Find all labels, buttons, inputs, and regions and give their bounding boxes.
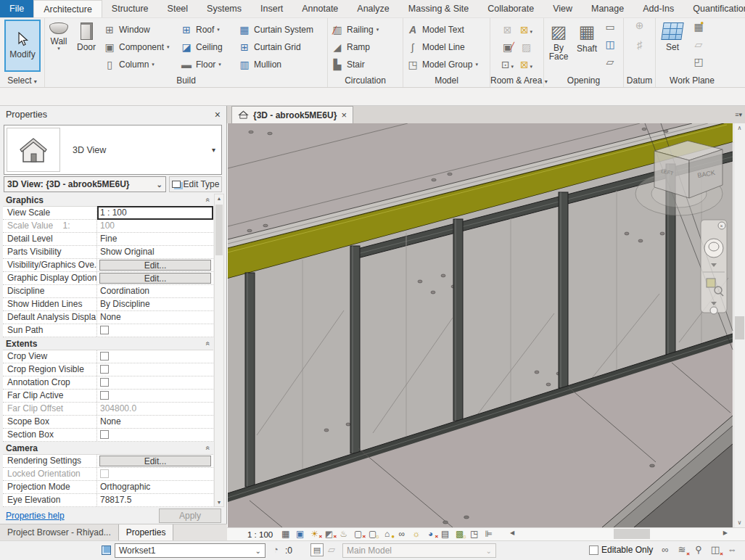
ribbon-tab-massing-site[interactable]: Massing & Site <box>399 0 478 17</box>
scroll-up-icon[interactable]: ∧ <box>734 125 745 131</box>
properties-help-link[interactable]: Properties help <box>6 511 65 521</box>
collapse-icon[interactable]: « <box>205 198 213 202</box>
opening-by-face-button[interactable]: ▨↔ By Face <box>544 20 573 61</box>
panel-label-datum[interactable]: Datum <box>624 75 655 86</box>
ribbon-tab-architecture[interactable]: Architecture <box>33 0 102 17</box>
show-work-plane-icon[interactable]: ▦● <box>693 21 703 38</box>
drag-on-selection-icon[interactable]: ⇔ <box>725 544 738 555</box>
roof-button[interactable]: ⊞Roof▾ <box>177 21 235 38</box>
property-value[interactable]: None <box>97 416 213 428</box>
palette-tab-project-browser[interactable]: Project Browser - Rhiyad... <box>0 524 118 540</box>
ribbon-tab-structure[interactable]: Structure <box>102 0 158 17</box>
crop-region-icon[interactable]: ▢☼ <box>366 529 379 540</box>
column-button[interactable]: ▯Column▾ <box>100 56 177 73</box>
property-value[interactable]: Coordination <box>97 285 213 297</box>
property-value[interactable]: 100 <box>97 220 213 232</box>
wall-opening-icon[interactable]: ▭ <box>605 21 614 38</box>
close-icon[interactable]: × <box>341 110 347 120</box>
area-icon[interactable]: ⊡ ▾ <box>501 59 514 70</box>
panel-label-room-area[interactable]: Room & Area ▾ <box>490 75 543 86</box>
canvas-horizontal-scrollbar[interactable]: ◀ ▶ <box>509 528 730 540</box>
component-button[interactable]: ▣Component▾ <box>100 38 177 56</box>
property-value[interactable]: Show Original <box>97 246 213 258</box>
mullion-button[interactable]: ▥Mullion <box>235 56 316 73</box>
property-value-active[interactable]: 1 : 100 <box>97 206 213 220</box>
view-scale-button[interactable]: 1 : 100 <box>247 530 273 539</box>
scroll-right-icon[interactable]: ▶ <box>723 530 728 536</box>
visual-style-icon[interactable]: ▣ <box>294 529 306 540</box>
tag-room-icon[interactable]: ▣╱ <box>503 41 512 53</box>
edit-button[interactable]: Edit... <box>99 456 211 466</box>
editable-only-checkbox[interactable] <box>589 545 598 555</box>
ribbon-tab-steel[interactable]: Steel <box>158 0 198 17</box>
panel-label-model[interactable]: Model <box>403 75 490 86</box>
temp-hide-isolate-icon[interactable]: ∞ <box>395 529 408 540</box>
detail-level-icon[interactable]: ▦ <box>279 529 292 540</box>
panel-label-select[interactable]: Select ▾ <box>0 75 44 86</box>
edit-type-button[interactable]: Edit Type <box>169 176 222 192</box>
checkbox[interactable] <box>100 378 109 387</box>
ribbon-tab-quantification[interactable]: Quantification <box>683 0 745 17</box>
curtain-system-button[interactable]: ▦Curtain System <box>235 21 316 38</box>
room-icon[interactable]: ⊠ <box>503 24 512 36</box>
analytical-model-icon[interactable]: ▩☼ <box>453 529 466 540</box>
ribbon-tab-systems[interactable]: Systems <box>197 0 251 17</box>
area-plan-icon[interactable]: ▨ <box>522 41 531 53</box>
edit-button[interactable]: Edit... <box>99 260 211 271</box>
section-header-camera[interactable]: Camera« <box>3 442 213 455</box>
workset-select[interactable]: Workset1 ⌄ <box>115 543 266 558</box>
close-icon[interactable]: × <box>215 109 221 120</box>
apply-button[interactable]: Apply <box>159 508 221 523</box>
navbar-close-icon[interactable]: × <box>718 222 725 229</box>
view-tab[interactable]: {3D - abrook5ME6U} × <box>231 106 353 123</box>
modify-button[interactable]: Modify <box>4 20 41 72</box>
scroll-down-icon[interactable]: ▼ <box>215 500 223 505</box>
properties-title-bar[interactable]: Properties × <box>0 106 226 123</box>
railing-button[interactable]: ▥╱Railing▾ <box>328 21 382 38</box>
shaft-button[interactable]: ▦↕ Shaft <box>573 20 601 54</box>
panel-label-circulation[interactable]: Circulation <box>328 75 403 86</box>
instance-selector[interactable]: 3D View: {3D - abrook5ME6U} ⌄ <box>4 176 166 192</box>
panel-label-work-plane[interactable]: Work Plane <box>656 75 728 86</box>
design-options-icon[interactable]: ▤ <box>310 543 324 556</box>
ref-plane-icon[interactable]: ▱ <box>695 38 703 56</box>
scroll-up-icon[interactable]: ▲ <box>215 196 223 201</box>
property-value[interactable]: By Discipline <box>97 298 213 310</box>
properties-scrollbar[interactable]: ▲ ▼ <box>214 194 224 507</box>
grid-icon[interactable]: ♯ <box>637 38 643 57</box>
select-links-icon[interactable]: ∞ <box>659 544 672 555</box>
reveal-hidden-icon[interactable]: ☼ <box>410 529 422 540</box>
wall-button[interactable]: Wall▾ <box>45 20 73 51</box>
checkbox[interactable] <box>100 430 109 439</box>
design-option-select[interactable]: Main Model ⌄ <box>342 543 496 558</box>
ribbon-tab-annotate[interactable]: Annotate <box>292 0 347 17</box>
scrollbar-thumb[interactable] <box>614 529 650 539</box>
model-group-button[interactable]: ◳Model Group▾ <box>403 56 481 73</box>
room-separator-icon[interactable]: ⊠ ▾ <box>520 24 532 36</box>
ribbon-tab-file[interactable]: File <box>0 0 33 17</box>
viewer-icon[interactable]: ◰ <box>693 56 703 73</box>
shadows-icon[interactable]: ◩× <box>323 529 335 540</box>
ribbon-tab-insert[interactable]: Insert <box>251 0 292 17</box>
checkbox[interactable] <box>100 365 109 374</box>
select-underlay-icon[interactable]: ≋× <box>675 544 688 555</box>
property-value[interactable]: None <box>97 311 213 324</box>
model-line-button[interactable]: ∫Model Line <box>403 38 481 56</box>
navigation-bar[interactable]: × <box>701 220 727 314</box>
navbar-collapse-icon[interactable] <box>710 307 717 314</box>
chevron-down-icon[interactable]: ▾ <box>212 146 215 154</box>
level-icon[interactable]: ⊕ <box>635 20 644 38</box>
checkbox[interactable] <box>100 469 109 478</box>
tag-area-icon[interactable]: ⊠ ▾ <box>520 59 532 70</box>
door-button[interactable]: Door <box>73 20 100 52</box>
set-work-plane-button[interactable]: Set <box>656 20 689 52</box>
editable-only-control[interactable]: Editable Only <box>589 545 653 555</box>
worksharing-display-icon[interactable]: ◕× <box>424 529 437 540</box>
drawing-canvas[interactable]: BACK LEFT × <box>227 123 733 527</box>
ceiling-button[interactable]: ◪Ceiling <box>177 38 235 56</box>
ribbon-tab-manage[interactable]: Manage <box>582 0 633 17</box>
select-pinned-icon[interactable]: ⚲ <box>692 544 705 555</box>
palette-tab-properties[interactable]: Properties <box>118 524 174 540</box>
ribbon-tab-analyze[interactable]: Analyze <box>347 0 398 17</box>
floor-button[interactable]: ▬Floor▾ <box>177 56 235 73</box>
